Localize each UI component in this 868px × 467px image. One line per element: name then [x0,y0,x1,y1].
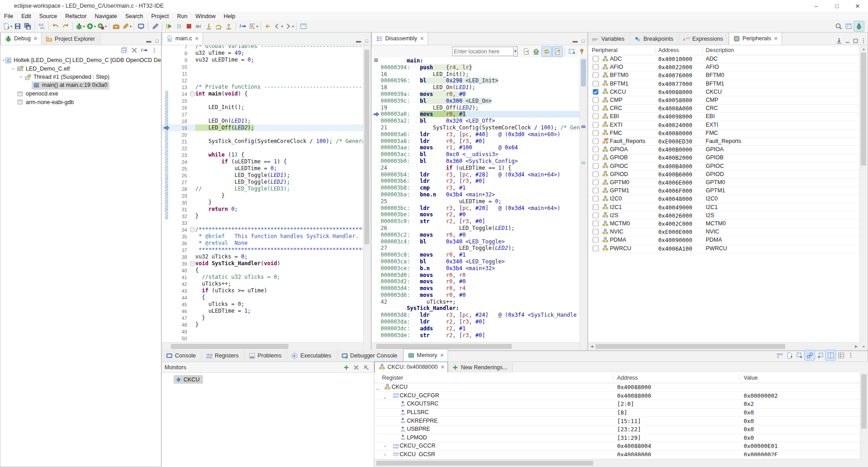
tab-project-explorer[interactable]: Project Explorer [42,33,101,45]
debug-perspective-button[interactable] [854,21,864,32]
menu-project[interactable]: Project [147,12,173,20]
editor-line-24[interactable]: 24 if (uLEDTime == 1) { [162,158,371,165]
editor-line-44[interactable]: 44 { [162,294,371,301]
table-view-button[interactable] [836,350,846,360]
run-button[interactable]: ▾ [85,21,96,31]
peripherals-vscrollbar[interactable]: ▲ ▼ [859,45,868,350]
peripheral-checkbox[interactable] [593,212,599,218]
disassembly-line[interactable]: 000003be: movs r2, #0 [372,211,580,218]
expander-icon[interactable]: › [375,389,380,390]
remove-monitor-button[interactable] [351,362,361,372]
minimize-view-icon[interactable]: ▬ [145,37,153,45]
new-rendering-button[interactable] [784,350,794,360]
editor-line-47[interactable]: 47 } [162,315,371,321]
editor-line-11[interactable]: 11 [162,70,371,77]
peripheral-row-AFIO[interactable]: AFIO0x40022000AFIO [588,63,860,71]
disassembly-line[interactable]: 19 LED_Off(LED2); [372,105,580,111]
editor-line-45[interactable]: 45 uTicks = 0; [162,301,371,308]
debug-button[interactable]: ▾ [75,21,85,31]
disassembly-line[interactable]: 18 LED_On(LED1); [372,84,580,91]
peripheral-checkbox[interactable] [593,89,599,95]
expander-icon[interactable]: › [19,74,24,80]
minimize-view-icon[interactable]: ▬ [571,37,579,45]
peripheral-row-EBI[interactable]: EBI0x40098000EBI [588,112,860,121]
editor-line-15[interactable]: 15 [162,97,371,104]
close-button[interactable]: ✕ [847,0,868,12]
minimize-view-icon[interactable]: ▬ [354,37,363,45]
expander-icon[interactable]: › [384,443,386,448]
tab-debugger-console[interactable]: Debugger Console [337,350,403,362]
menu-edit[interactable]: Edit [17,12,35,20]
editor-line-10[interactable]: 10 [162,63,371,70]
editor-line-36[interactable]: 36 * @retval None [162,240,371,247]
home-button[interactable] [531,47,541,57]
export-memory-button[interactable] [794,350,804,360]
editor-vscrollbar[interactable] [363,45,371,350]
debug-tree-item[interactable]: ›Thread #1 (Suspended : Step) [0,73,161,81]
disassembly-line[interactable]: 000003d0: movs r0, r0 [372,272,580,279]
disassembly-line[interactable]: 00000396: bl 0x298 <LED_Init> [372,77,580,84]
split-pane-button[interactable] [825,350,836,361]
peripheral-checkbox[interactable] [593,81,599,86]
fold-icon[interactable]: − [190,261,195,266]
memory-hscrollbar[interactable] [374,459,860,467]
column-header-value[interactable]: Value [744,372,758,383]
column-header-address[interactable]: Address [617,372,638,383]
memory-tab[interactable]: CKCU: 0x40088000✕ [374,362,448,372]
disassembly-line[interactable]: 000003a0: movs r0, #1 [372,111,580,118]
peripheral-row-I2C0[interactable]: I2C00x40048000I2C0 [588,195,860,203]
disassembly-line[interactable]: 27 LED_Toggle(LED2); [372,245,580,252]
location-input[interactable] [452,47,514,56]
peripheral-checkbox[interactable] [593,245,599,251]
editor-line-46[interactable]: 46 uLEDTime = 1; [162,308,371,315]
tab-debug[interactable]: Debug✕ [0,32,42,45]
column-header-description[interactable]: Description [706,45,734,55]
editor-line-37[interactable]: 37 *************************************… [162,247,371,253]
peripheral-row-GPTM0[interactable]: GPTM00x4006E000GPTM0 [588,178,860,187]
save-all-button[interactable] [23,21,33,31]
disassembly-view[interactable]: main:00000394: push {r4, lr}16 LED_Init(… [372,57,580,343]
code-editor[interactable]: 7/* Global Variables -------------------… [162,45,371,343]
peripheral-checkbox[interactable] [593,204,599,210]
open-perspective-button[interactable] [844,21,854,31]
view-menu-icon[interactable] [859,37,868,45]
disassembly-line[interactable]: 000003ba: bne.n 0x3b4 <main+32> [372,191,580,198]
editor-hscrollbar[interactable] [162,342,363,350]
minimize-button[interactable]: – [806,0,826,12]
disassembly-line[interactable]: 000003dc: adds r2, #1 [372,325,580,332]
disassembly-line[interactable]: 000003d4: movs r0, r4 [372,285,580,292]
toolbox-button[interactable] [111,21,121,31]
editor-line-18[interactable]: 18 LED_On(LED1); [162,118,371,124]
maximize-view-icon[interactable]: □ [153,37,161,45]
minimize-icon[interactable] [843,37,851,45]
tab-main-c[interactable]: cmain.c✕ [162,32,203,45]
peripheral-checkbox[interactable] [593,56,599,62]
menu-source[interactable]: Source [35,12,61,20]
disassembly-line[interactable]: 000003c0: str r2, [r3, #0] [372,218,580,225]
peripheral-row-GPIOC[interactable]: GPIOC0x400B4000GPIOC [588,162,860,171]
search-button[interactable] [834,21,844,31]
run-external-button[interactable]: ▾ [96,21,107,31]
peripheral-row-I2C1[interactable]: I2C10x40049000I2C1 [588,203,860,212]
peripheral-checkbox[interactable] [593,64,599,70]
disassembly-line[interactable]: 000003aa: movs r1, #100 @ 0x64 [372,144,580,151]
memory-register-row-CKREFPRE[interactable]: 001CKREFPRE[15:11]0x0 [374,416,860,425]
tab-executables[interactable]: Executables [287,350,337,362]
save-button[interactable] [13,21,23,31]
peripheral-checkbox[interactable] [593,138,599,144]
editor-line-30[interactable]: 30 } [162,199,371,206]
last-edit-location-button[interactable] [263,21,273,31]
disassembly-line[interactable]: 0000039c: bl 0x300 <LED_On> [372,98,580,105]
disassembly-line[interactable]: 21 SysTick_Config(SystemCoreClock / 100)… [372,124,580,131]
editor-line-29[interactable]: 29 } [162,192,371,199]
column-header-address[interactable]: Address [658,45,679,55]
editor-line-33[interactable]: 33 [162,219,371,226]
peripheral-checkbox[interactable] [593,171,599,177]
view-menu-button[interactable] [846,350,856,360]
editor-line-38[interactable]: 38vu32 uTicks = 0; [162,253,371,260]
editor-line-22[interactable]: 22 [162,145,371,152]
close-tab-icon[interactable]: ✕ [440,364,444,370]
editor-line-41[interactable]: 41 //static u32 uTicks = 0; [162,274,371,281]
editor-line-27[interactable]: 27 LED_Toggle(LED2); [162,179,371,186]
disassembly-line[interactable]: 000003d2: movs r0, #0 [372,278,580,285]
